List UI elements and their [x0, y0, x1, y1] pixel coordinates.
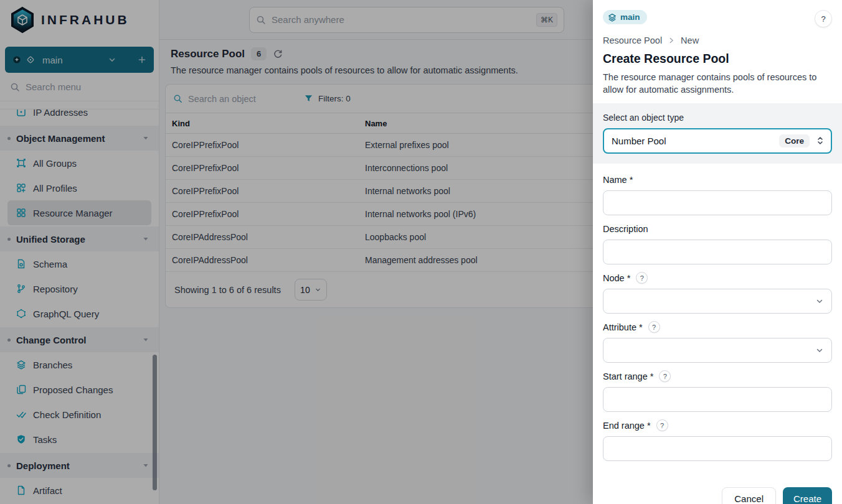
drawer-footer: Cancel Create: [593, 478, 842, 504]
object-type-select[interactable]: Number Pool Core: [603, 128, 832, 154]
breadcrumb-item[interactable]: Resource Pool: [603, 35, 662, 45]
name-input[interactable]: [603, 190, 832, 215]
field-description: Description: [603, 223, 832, 264]
drawer-title: Create Resource Pool: [603, 52, 832, 66]
end-range-input[interactable]: [603, 436, 832, 461]
attribute-select[interactable]: [603, 338, 832, 363]
node-select[interactable]: [603, 289, 832, 314]
field-label: End range *: [603, 421, 651, 431]
field-start-range: Start range * ?: [603, 370, 832, 412]
branch-badge[interactable]: main: [603, 10, 647, 24]
layers-icon: [608, 13, 617, 22]
chevron-right-icon: [668, 37, 675, 44]
drawer-description: The resource manager contains pools of r…: [603, 71, 827, 96]
field-node: Node * ?: [603, 272, 832, 314]
create-button[interactable]: Create: [783, 487, 832, 504]
help-button[interactable]: ?: [815, 10, 832, 27]
cancel-button[interactable]: Cancel: [722, 487, 776, 504]
help-icon[interactable]: ?: [636, 272, 648, 284]
drawer-header: main ? Resource Pool New Create Resource…: [593, 0, 842, 103]
chevrons-up-down-icon: [816, 136, 825, 146]
description-input[interactable]: [603, 240, 832, 264]
help-icon[interactable]: ?: [659, 370, 671, 382]
chevron-down-icon: [815, 297, 824, 306]
object-type-label: Select an object type: [603, 113, 832, 123]
field-label: Name *: [603, 175, 633, 185]
object-type-section: Select an object type Number Pool Core: [593, 103, 842, 164]
object-type-value: Number Pool: [612, 136, 773, 146]
field-label: Start range *: [603, 371, 653, 381]
chevron-down-icon: [815, 346, 824, 355]
create-form: Name * Description Node * ?: [593, 164, 842, 478]
field-label: Node *: [603, 273, 630, 283]
breadcrumb: Resource Pool New: [603, 35, 832, 45]
field-name: Name *: [603, 174, 832, 215]
field-attribute: Attribute * ?: [603, 321, 832, 363]
help-icon[interactable]: ?: [656, 419, 668, 431]
start-range-input[interactable]: [603, 387, 832, 412]
breadcrumb-item-current: New: [681, 35, 699, 45]
core-badge: Core: [779, 134, 810, 147]
create-resource-pool-drawer: main ? Resource Pool New Create Resource…: [593, 0, 842, 504]
help-icon[interactable]: ?: [648, 321, 660, 333]
field-label: Description: [603, 224, 648, 234]
branch-badge-label: main: [620, 12, 640, 22]
field-label: Attribute *: [603, 322, 643, 332]
field-end-range: End range * ?: [603, 419, 832, 461]
app-root: INFRAHUB main: [0, 0, 842, 504]
